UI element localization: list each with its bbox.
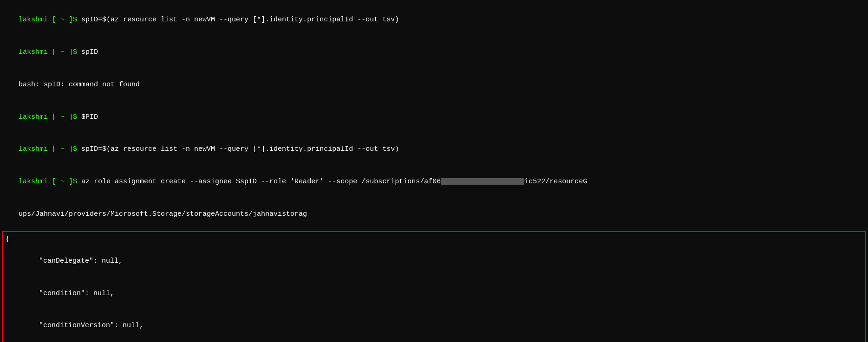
error-output: bash: spID: command not [19,81,119,89]
terminal-line-3: bash: spID: command not found [2,69,866,101]
prompt-1: lakshmi [ ~ ]$ [19,16,81,24]
command-5: spID=$(az resource list -n newVM --query… [81,145,399,153]
command-2: spID [81,48,98,56]
command-6c: ups/Jahnavi/providers/Microsoft.Storage/… [19,210,307,218]
found-text: found [119,81,140,89]
command-1: spID=$(az resource list -n newVM --query… [81,16,399,24]
prompt-2: lakshmi [ ~ ]$ [19,48,81,56]
terminal-line-6c: ups/Jahnavi/providers/Microsoft.Storage/… [2,198,866,231]
command-6b: ic522/resourceG [524,178,587,186]
terminal-line-4: lakshmi [ ~ ]$ $PID [2,101,866,133]
prompt-4: lakshmi [ ~ ]$ [19,113,81,121]
json-canDelegate: "canDelegate": null, [6,245,862,277]
command-4: $PID [81,113,98,121]
terminal-line-6: lakshmi [ ~ ]$ az role assignment create… [2,166,866,198]
terminal: lakshmi [ ~ ]$ spID=$(az resource list -… [0,0,868,342]
json-conditionVersion: "conditionVersion": null, [6,310,862,342]
terminal-line-1: lakshmi [ ~ ]$ spID=$(az resource list -… [2,4,866,36]
prompt-6: lakshmi [ ~ ]$ [19,178,81,186]
json-condition: "condition": null, [6,277,862,310]
command-6: az role assignment create --assignee $sp… [81,178,441,186]
prompt-5: lakshmi [ ~ ]$ [19,145,81,153]
json-output-box: { "canDelegate": null, "condition": null… [2,231,866,342]
terminal-line-5: lakshmi [ ~ ]$ spID=$(az resource list -… [2,133,866,166]
terminal-line-2: lakshmi [ ~ ]$ spID [2,36,866,69]
json-open-brace: { [6,234,862,245]
blurred-1 [441,178,524,185]
